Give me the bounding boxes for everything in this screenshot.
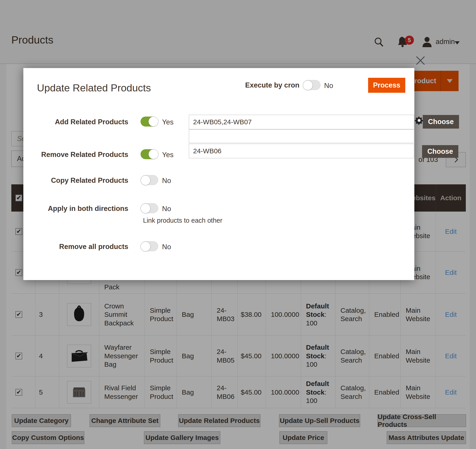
apply-both-directions-toggle[interactable] <box>141 203 158 213</box>
remove-related-products-label: Remove Related Products <box>28 150 128 159</box>
remove-all-products-toggle-value: No <box>162 243 171 251</box>
copy-related-products-toggle[interactable] <box>141 175 158 185</box>
process-button[interactable]: Process <box>368 78 405 93</box>
apply-both-directions-note: Link products to each other <box>143 217 222 224</box>
execute-by-cron-value: No <box>324 82 333 90</box>
add-related-products-toggle-value: Yes <box>162 118 174 126</box>
update-related-products-modal: Update Related Products Execute by cron … <box>23 68 414 280</box>
add-related-products-choose-button[interactable]: Choose <box>423 115 459 129</box>
close-icon[interactable] <box>415 55 426 66</box>
execute-by-cron-label: Execute by cron <box>242 81 300 89</box>
remove-related-products-toggle[interactable] <box>141 149 158 159</box>
remove-all-products-label: Remove all products <box>28 243 128 251</box>
add-related-products-input[interactable] <box>189 115 414 129</box>
copy-related-products-label: Copy Related Products <box>28 176 128 184</box>
apply-both-directions-label: Apply in both directions <box>28 205 128 213</box>
screen: Products 5 admin Add Product Search by k… <box>0 0 476 449</box>
apply-both-directions-toggle-value: No <box>162 205 171 213</box>
execute-by-cron-toggle[interactable] <box>303 80 321 90</box>
modal-title: Update Related Products <box>37 82 151 94</box>
add-related-products-chooser-box <box>189 129 414 143</box>
copy-related-products-toggle-value: No <box>162 177 171 185</box>
remove-all-products-toggle[interactable] <box>141 241 158 251</box>
add-related-products-label: Add Related Products <box>28 118 128 126</box>
add-related-products-toggle[interactable] <box>141 116 158 127</box>
gear-icon[interactable] <box>414 116 424 125</box>
remove-related-products-choose-button[interactable]: Choose <box>422 145 458 158</box>
remove-related-products-toggle-value: Yes <box>162 151 174 159</box>
remove-related-products-input[interactable] <box>189 144 414 158</box>
